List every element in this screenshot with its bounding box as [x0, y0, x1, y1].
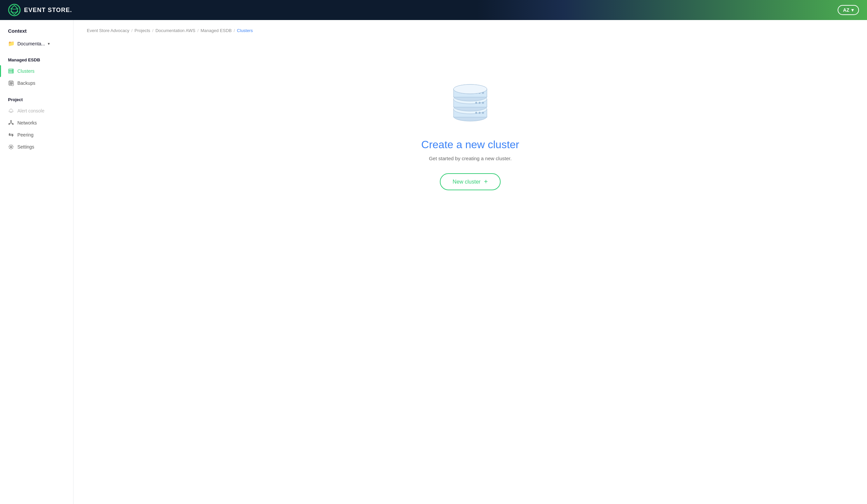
user-menu[interactable]: AZ ▾ [838, 5, 859, 15]
settings-label: Settings [17, 144, 34, 150]
peering-label: Peering [17, 132, 33, 138]
svg-point-4 [12, 69, 13, 70]
sidebar: Context 📁 Documenta... ▾ Managed ESDB Cl… [0, 20, 74, 504]
networks-label: Networks [17, 120, 37, 125]
peering-icon [8, 132, 14, 138]
context-section: Context 📁 Documenta... ▾ [0, 28, 73, 50]
breadcrumb-item-1[interactable]: Projects [135, 28, 150, 33]
managed-esdb-label: Managed ESDB [0, 57, 73, 63]
sidebar-item-networks[interactable]: Networks [0, 117, 73, 129]
app-body: Context 📁 Documenta... ▾ Managed ESDB Cl… [0, 20, 867, 504]
clusters-icon [8, 68, 14, 74]
svg-point-12 [10, 146, 12, 147]
svg-point-10 [9, 123, 10, 125]
managed-esdb-section: Managed ESDB Clusters [0, 57, 73, 89]
alert-console-icon [8, 108, 14, 114]
empty-state-title: Create a new cluster [421, 139, 519, 151]
svg-point-23 [479, 102, 481, 104]
context-chevron-icon: ▾ [48, 41, 50, 46]
sidebar-item-clusters[interactable]: Clusters [0, 65, 73, 77]
server-illustration [447, 73, 494, 128]
logo-icon [8, 4, 21, 17]
networks-icon [8, 120, 14, 126]
breadcrumb-sep-0: / [131, 28, 132, 33]
breadcrumb: Event Store Advocacy / Projects / Docume… [87, 28, 854, 33]
svg-point-31 [453, 85, 487, 94]
plus-icon: + [484, 178, 488, 186]
svg-point-16 [475, 112, 477, 114]
settings-icon [8, 144, 14, 150]
server-svg [447, 73, 494, 127]
user-chevron-icon: ▾ [851, 7, 854, 13]
context-label: Context [0, 28, 73, 34]
breadcrumb-item-2[interactable]: Documentation AWS [155, 28, 195, 33]
breadcrumb-item-4[interactable]: Clusters [237, 28, 253, 33]
project-section: Project Alert console Networks [0, 97, 73, 153]
new-cluster-button[interactable]: New cluster + [440, 173, 500, 190]
folder-icon: 📁 [8, 40, 15, 47]
breadcrumb-sep-3: / [234, 28, 235, 33]
svg-point-5 [12, 71, 13, 72]
clusters-label: Clusters [17, 68, 34, 74]
breadcrumb-item-3[interactable]: Managed ESDB [201, 28, 232, 33]
logo: EVENT STORE. [8, 4, 72, 17]
sidebar-item-backups[interactable]: Backups [0, 77, 73, 89]
new-cluster-label: New cluster [452, 179, 481, 185]
backups-label: Backups [17, 80, 35, 86]
sidebar-item-alert-console[interactable]: Alert console [0, 105, 73, 117]
breadcrumb-sep-2: / [197, 28, 199, 33]
context-selector-text: Documenta... [17, 41, 45, 46]
svg-point-6 [12, 73, 13, 73]
svg-point-22 [475, 102, 477, 104]
main-content: Event Store Advocacy / Projects / Docume… [74, 20, 867, 504]
empty-state-description: Get started by creating a new cluster. [429, 155, 512, 161]
breadcrumb-sep-1: / [152, 28, 154, 33]
app-header: EVENT STORE. AZ ▾ [0, 0, 867, 20]
svg-point-11 [12, 123, 14, 125]
alert-console-label: Alert console [17, 108, 44, 113]
backups-icon [8, 80, 14, 86]
context-selector[interactable]: 📁 Documenta... ▾ [0, 38, 73, 50]
svg-point-17 [479, 112, 481, 114]
sidebar-item-settings[interactable]: Settings [0, 141, 73, 153]
logo-text: EVENT STORE. [24, 7, 72, 14]
svg-point-24 [482, 102, 484, 104]
user-initials: AZ [843, 7, 849, 13]
project-label: Project [0, 97, 73, 102]
svg-point-18 [482, 112, 484, 114]
svg-point-8 [11, 84, 14, 86]
sidebar-item-peering[interactable]: Peering [0, 129, 73, 141]
empty-state: Create a new cluster Get started by crea… [87, 53, 854, 210]
breadcrumb-item-0[interactable]: Event Store Advocacy [87, 28, 129, 33]
svg-point-9 [10, 120, 12, 122]
